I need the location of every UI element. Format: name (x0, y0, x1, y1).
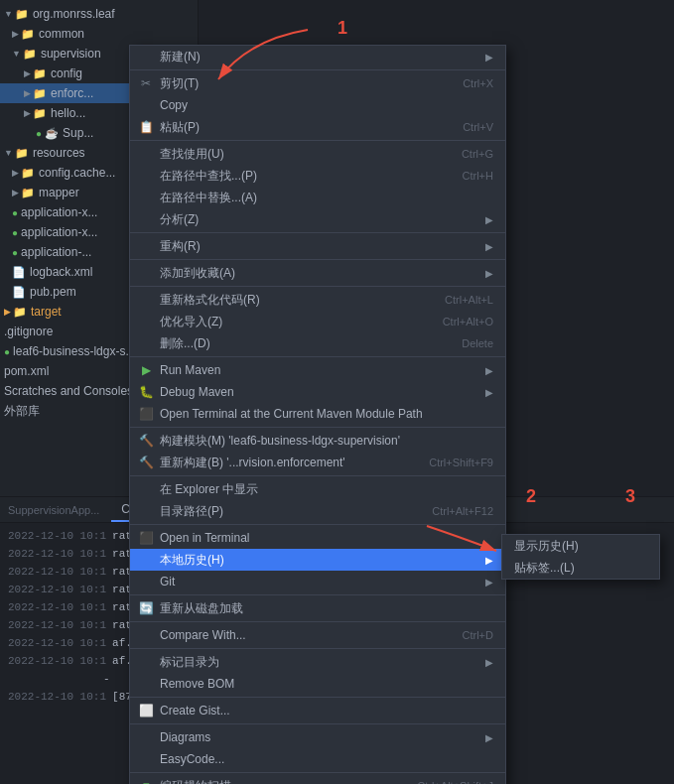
menu-label: 标记目录为 (160, 654, 219, 671)
annotation-1: 1 (337, 18, 347, 39)
menu-label: 构建模块(M) 'leaf6-business-ldgx-supervision… (160, 433, 400, 450)
tree-label: hello... (51, 106, 85, 120)
codescan-icon: ■ (138, 779, 154, 784)
menu-item-comparewith[interactable]: Compare With... Ctrl+D (130, 624, 505, 646)
menu-label: 新建(N) (160, 49, 201, 65)
submenu-showhistory[interactable]: 显示历史(H) (502, 535, 659, 557)
menu-item-rebuild[interactable]: 🔨 重新构建(B) '...rvision.enforcement' Ctrl+… (130, 452, 505, 473)
menu-label: 重新构建(B) '...rvision.enforcement' (160, 455, 345, 471)
menu-item-removebom[interactable]: Remove BOM (130, 673, 505, 695)
menu-item-debugmaven[interactable]: 🐛 Debug Maven ▶ (130, 381, 505, 403)
tree-label: enforc... (51, 86, 93, 100)
file-icon: 📄 (12, 286, 26, 299)
build-icon: 🔨 (138, 434, 154, 448)
tree-label: .gitignore (4, 325, 53, 338)
menu-label: 本地历史(H) (160, 552, 224, 569)
folder-icon: 📁 (33, 87, 47, 100)
submenu-addlabel[interactable]: 贴标签...(L) (502, 557, 659, 579)
menu-separator (130, 259, 505, 260)
log-timestamp: 2022-12-10 10:1 (8, 598, 106, 616)
menu-label: 重构(R) (160, 238, 201, 255)
tree-label: pom.xml (4, 364, 49, 378)
menu-item-diagrams[interactable]: Diagrams ▶ (130, 726, 505, 748)
menu-item-delete[interactable]: 删除...(D) Delete (130, 332, 505, 354)
menu-item-easycode[interactable]: EasyCode... (130, 748, 505, 770)
folder-icon: 📁 (15, 8, 29, 21)
paste-icon: 📋 (138, 120, 154, 134)
shortcut-label: Ctrl+Alt+O (443, 316, 493, 327)
expand-arrow: ▶ (12, 29, 19, 39)
menu-item-findinpath[interactable]: 在路径中查找...(P) Ctrl+H (130, 165, 505, 187)
menu-item-cut[interactable]: ✂ 剪切(T) Ctrl+X (130, 72, 505, 94)
folder-icon: 📁 (21, 167, 35, 180)
menu-item-runmaven[interactable]: ▶ Run Maven ▶ (130, 359, 505, 381)
menu-item-markdir[interactable]: 标记目录为 ▶ (130, 651, 505, 673)
menu-item-replaceinpath[interactable]: 在路径中替换...(A) (130, 187, 505, 208)
submenu-label: 贴标签...(L) (514, 560, 575, 577)
menu-label: 粘贴(P) (160, 119, 200, 136)
menu-item-openinterminal[interactable]: ⬛ Open in Terminal (130, 527, 505, 549)
terminal2-icon: ⬛ (138, 531, 154, 545)
menu-item-new[interactable]: 新建(N) ▶ (130, 46, 505, 67)
menu-item-analyze[interactable]: 分析(Z) ▶ (130, 208, 505, 230)
menu-label: 目录路径(P) (160, 503, 223, 520)
menu-item-git[interactable]: Git ▶ (130, 571, 505, 592)
app-label: SuppervisionApp... (8, 504, 99, 516)
log-timestamp: 2022-12-10 10:1 (8, 688, 106, 706)
tree-item-org[interactable]: ▼ 📁 org.monrss.leaf (0, 4, 198, 24)
menu-label: EasyCode... (160, 752, 224, 766)
menu-label: Debug Maven (160, 385, 234, 399)
tree-label: common (39, 27, 84, 41)
menu-separator (130, 594, 505, 595)
menu-item-optimizeimport[interactable]: 优化导入(Z) Ctrl+Alt+O (130, 311, 505, 332)
menu-label: 重新从磁盘加载 (160, 600, 243, 617)
submenu-arrow: ▶ (485, 387, 493, 398)
shortcut-label: Ctrl+Alt+L (445, 294, 493, 306)
submenu-arrow: ▶ (485, 732, 493, 743)
log-timestamp: 2022-12-10 10:1 (8, 616, 106, 634)
tree-label: 外部库 (4, 403, 40, 420)
menu-item-localhistory[interactable]: 本地历史(H) ▶ (130, 549, 505, 571)
menu-item-reload[interactable]: 🔄 重新从磁盘加载 (130, 597, 505, 619)
menu-separator (130, 69, 505, 70)
menu-item-creategist[interactable]: ⬜ Create Gist... (130, 700, 505, 721)
green-dot-icon: ● (4, 346, 10, 357)
menu-item-findusage[interactable]: 查找使用(U) Ctrl+G (130, 143, 505, 165)
tree-label: mapper (39, 186, 79, 199)
menu-label: Compare With... (160, 628, 246, 642)
expand-arrow: ▶ (4, 307, 11, 317)
menu-item-showexplorer[interactable]: 在 Explorer 中显示 (130, 478, 505, 500)
menu-item-dirpath[interactable]: 目录路径(P) Ctrl+Alt+F12 (130, 500, 505, 522)
context-menu: 新建(N) ▶ ✂ 剪切(T) Ctrl+X Copy 📋 粘贴(P) Ctrl… (129, 45, 506, 784)
menu-label: Open in Terminal (160, 531, 250, 545)
menu-item-buildmodule[interactable]: 🔨 构建模块(M) 'leaf6-business-ldgx-supervisi… (130, 430, 505, 452)
expand-arrow: ▶ (24, 108, 31, 118)
menu-label: 优化导入(Z) (160, 314, 222, 330)
expand-arrow: ▼ (12, 49, 21, 59)
menu-label: 在 Explorer 中显示 (160, 481, 258, 498)
menu-item-refactor[interactable]: 重构(R) ▶ (130, 235, 505, 257)
log-timestamp: 2022-12-10 10:1 (8, 652, 106, 670)
submenu-arrow: ▶ (485, 52, 493, 63)
menu-label: 查找使用(U) (160, 146, 224, 163)
menu-item-reformat[interactable]: 重新格式化代码(R) Ctrl+Alt+L (130, 289, 505, 311)
menu-item-codescan[interactable]: ■ 编码规约扫描 Ctrl+Alt+Shift+J (130, 775, 505, 784)
menu-separator (130, 232, 505, 233)
shortcut-label: Ctrl+Shift+F9 (429, 457, 493, 468)
menu-label: Git (160, 575, 175, 588)
menu-item-copy[interactable]: Copy (130, 94, 505, 116)
shortcut-label: Delete (462, 337, 493, 349)
menu-label: 分析(Z) (160, 211, 199, 228)
green-dot-icon: ● (36, 128, 42, 139)
rebuild-icon: 🔨 (138, 456, 154, 469)
tree-item-common[interactable]: ▶ 📁 common (0, 24, 198, 44)
menu-label: 剪切(T) (160, 75, 199, 92)
menu-item-openterminal[interactable]: ⬛ Open Terminal at the Current Maven Mod… (130, 403, 505, 425)
menu-item-paste[interactable]: 📋 粘贴(P) Ctrl+V (130, 116, 505, 138)
menu-separator (130, 723, 505, 724)
log-text: - (103, 670, 110, 688)
menu-separator (130, 697, 505, 698)
menu-item-addfav[interactable]: 添加到收藏(A) ▶ (130, 262, 505, 284)
expand-arrow: ▼ (4, 148, 13, 158)
log-timestamp: 2022-12-10 10:1 (8, 581, 106, 598)
